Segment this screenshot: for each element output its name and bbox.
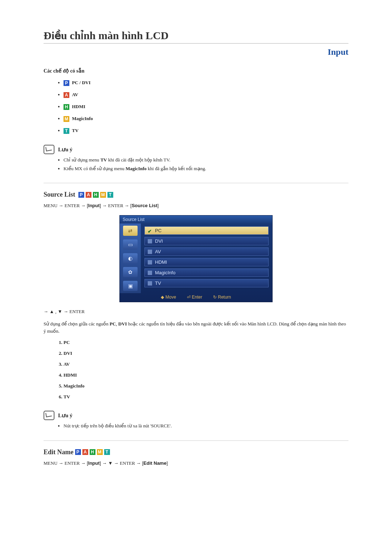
badge-a-icon: A: [82, 449, 88, 455]
badge-t-icon: T: [104, 449, 110, 455]
list-item: HDMI: [64, 372, 348, 378]
osd-item-magicinfo: MagicInfo: [144, 268, 269, 277]
osd-header: Source List: [120, 216, 272, 223]
osd-item-av: AV: [144, 247, 269, 256]
list-item: DVI: [64, 350, 348, 356]
mode-hdmi: H HDMI: [64, 104, 348, 110]
mode-magicinfo: M MagicInfo: [64, 116, 348, 122]
osd-sidebar: ⇄ ▭ ◐ ✿ ▣: [120, 223, 141, 293]
badge-t-icon: T: [64, 128, 69, 134]
osd-item-dvi: DVI: [144, 237, 269, 245]
source-list-description: Sử dụng để chọn giữa các nguồn PC, DVI h…: [44, 320, 348, 335]
osd-item-pc: ✔PC: [144, 226, 269, 235]
note-icon: [44, 145, 54, 154]
source-order-list: PC DVI AV HDMI MagicInfo TV: [44, 340, 348, 400]
note-block-1: Lưu ý Chỉ sử dụng menu TV khi đã cài đặt…: [44, 145, 348, 172]
badge-p-icon: P: [64, 80, 69, 86]
badge-m-icon: M: [64, 116, 69, 122]
edit-name-heading: Edit Name PAHMT: [44, 448, 348, 456]
section-input-title: Input: [44, 47, 348, 57]
osd-main: ✔PC DVI AV HDMI MagicInfo TV: [141, 223, 272, 293]
modes-heading: Các chế độ có sẵn: [44, 68, 348, 74]
separator: [44, 183, 348, 183]
badge-p-icon: P: [78, 192, 84, 198]
page-title: Điều chỉnh màn hình LCD: [44, 29, 348, 44]
note-item: Kiểu MX có thể sử dụng menu MagicInfo kh…: [64, 165, 348, 172]
list-item: AV: [64, 361, 348, 367]
osd-footer-enter: ⏎ Enter: [187, 295, 202, 300]
badge-a-icon: A: [86, 192, 91, 198]
mode-tv: T TV: [64, 128, 348, 134]
mode-av: A AV: [64, 92, 348, 98]
note-icon: [44, 411, 54, 420]
badge-m-icon: M: [100, 192, 106, 198]
osd-source-list: Source List ⇄ ▭ ◐ ✿ ▣ ✔PC DVI AV HDMI Ma…: [119, 215, 273, 302]
note-title: Lưu ý: [58, 147, 73, 152]
osd-tab-sound-icon: ◐: [123, 253, 138, 263]
osd-footer-return: ↻ Return: [213, 295, 231, 300]
note-block-2: Lưu ý Nút trực tiếp trên bộ điều khiển t…: [44, 411, 348, 430]
nav-arrows: → ▲ , ▼ → ENTER: [44, 309, 348, 315]
badge-a-icon: A: [64, 92, 69, 98]
osd-tab-multi-icon: ▣: [123, 281, 138, 291]
osd-footer: ◆ Move ⏎ Enter ↻ Return: [120, 293, 272, 302]
list-item: MagicInfo: [64, 383, 348, 389]
badge-t-icon: T: [107, 192, 113, 198]
note-item: Nút trực tiếp trên bộ điều khiển từ xa l…: [64, 422, 348, 430]
nav-path-edit-name: MENU → ENTER → [Input] → ▼ → ENTER → [Ed…: [44, 460, 348, 466]
separator: [44, 440, 348, 441]
osd-tab-setup-icon: ✿: [123, 267, 138, 277]
note-item: Chỉ sử dụng menu TV khi đã cài đặt một h…: [64, 156, 348, 164]
osd-tab-input-icon: ⇄: [123, 226, 138, 236]
osd-tab-picture-icon: ▭: [123, 239, 138, 250]
badge-h-icon: H: [93, 192, 99, 198]
note-title: Lưu ý: [58, 413, 73, 418]
badge-h-icon: H: [64, 104, 69, 110]
osd-footer-move: ◆ Move: [161, 295, 176, 300]
badge-m-icon: M: [97, 449, 103, 455]
modes-list: P PC / DVI A AV H HDMI M MagicInfo T TV: [44, 80, 348, 134]
badge-h-icon: H: [90, 449, 95, 455]
mode-pc-dvi: P PC / DVI: [64, 80, 348, 86]
source-list-heading: Source List PAHMT: [44, 190, 348, 198]
list-item: TV: [64, 394, 348, 400]
nav-path-source-list: MENU → ENTER → [Input] → ENTER → [Source…: [44, 203, 348, 209]
list-item: PC: [64, 340, 348, 345]
badge-p-icon: P: [75, 449, 81, 455]
osd-item-hdmi: HDMI: [144, 258, 269, 266]
osd-item-tv: TV: [144, 279, 269, 287]
